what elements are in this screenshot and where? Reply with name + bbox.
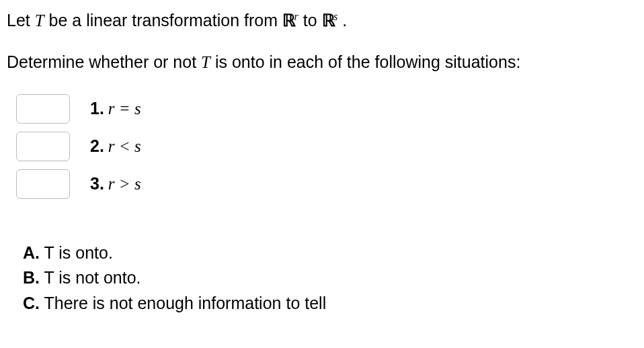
statement-row: 3.r > s	[16, 165, 635, 203]
statement-number: 2.	[90, 136, 104, 155]
prompt-line: Determine whether or not T is onto in ea…	[7, 51, 635, 74]
statement-label: 1.r = s	[90, 97, 141, 120]
statement-expr: r > s	[108, 175, 141, 193]
option-a: A. T is onto.	[23, 242, 635, 265]
intro-text: be a linear transformation from	[44, 11, 282, 30]
answer-input-1[interactable]	[16, 94, 70, 124]
intro-text: Let	[7, 11, 35, 30]
statement-list: 1.r = s 2.r < s 3.r > s	[16, 90, 635, 203]
prompt-text: is onto in each of the following situati…	[210, 52, 520, 71]
intro-text: to	[298, 11, 322, 30]
intro-line: Let T be a linear transformation from ℝr…	[7, 9, 635, 32]
option-letter: A.	[23, 243, 40, 262]
statement-expr: r = s	[108, 99, 141, 118]
answer-input-3[interactable]	[16, 169, 70, 199]
option-letter: B.	[23, 268, 40, 287]
statement-number: 3.	[90, 174, 104, 193]
statement-label: 2.r < s	[90, 135, 141, 158]
option-c: C. There is not enough information to te…	[23, 292, 635, 315]
intro-text: .	[337, 11, 347, 30]
statement-row: 2.r < s	[16, 128, 635, 165]
statement-label: 3.r > s	[90, 173, 141, 195]
option-b: B. T is not onto.	[23, 267, 635, 290]
options-list: A. T is onto. B. T is not onto. C. There…	[23, 242, 635, 315]
var-T: T	[35, 11, 44, 30]
prompt-text: Determine whether or not	[7, 52, 201, 71]
answer-input-2[interactable]	[16, 132, 70, 161]
statement-number: 1.	[90, 99, 104, 118]
option-text: T is not onto.	[40, 268, 141, 287]
option-letter: C.	[23, 294, 40, 312]
statement-row: 1.r = s	[16, 90, 635, 128]
option-text: There is not enough information to tell	[40, 294, 326, 312]
option-text: T is onto.	[40, 243, 113, 262]
statement-expr: r < s	[108, 137, 141, 155]
var-T: T	[201, 53, 210, 71]
